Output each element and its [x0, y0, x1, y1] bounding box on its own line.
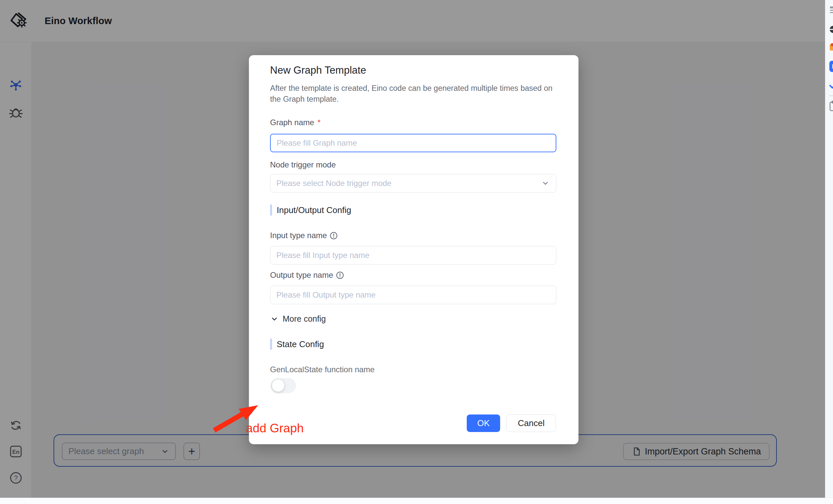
node-trigger-mode-select[interactable]: Please select Node trigger mode: [270, 174, 556, 193]
state-config-section-header: State Config: [270, 338, 324, 350]
bookmark-icon[interactable]: [829, 81, 833, 90]
graph-name-input[interactable]: [270, 134, 556, 152]
modal-title: New Graph Template: [270, 65, 366, 76]
graph-name-label: Graph name*: [270, 118, 320, 127]
info-icon[interactable]: [336, 271, 344, 279]
output-type-name-label: Output type name: [270, 271, 344, 280]
required-asterisk: *: [317, 118, 320, 127]
gen-local-state-label: GenLocalState function name: [270, 365, 375, 374]
toggle-knob: [272, 379, 284, 392]
annotation-add-graph-label: add Graph: [246, 422, 304, 435]
bookmark-icon[interactable]: [829, 25, 833, 34]
right-edge-strip: [825, 0, 833, 498]
bookmark-icon[interactable]: [829, 60, 833, 73]
info-icon[interactable]: [330, 231, 338, 240]
node-trigger-mode-placeholder: Please select Node trigger mode: [276, 179, 541, 188]
cancel-button[interactable]: Cancel: [506, 414, 556, 432]
section-accent-bar: [270, 338, 272, 350]
divider: [829, 95, 833, 96]
input-type-name-label: Input type name: [270, 231, 338, 240]
input-type-name-input[interactable]: [270, 246, 556, 264]
bookmark-icon[interactable]: [829, 6, 833, 15]
more-config-label: More config: [283, 314, 326, 324]
gen-local-state-toggle[interactable]: [271, 378, 296, 393]
clipboard-icon[interactable]: [829, 100, 833, 111]
node-trigger-mode-label: Node trigger mode: [270, 160, 336, 170]
io-config-section-header: Input/Output Config: [270, 204, 351, 216]
output-type-name-input[interactable]: [270, 286, 556, 304]
screen: Eino Workflow: [0, 0, 833, 504]
ok-button[interactable]: OK: [467, 414, 500, 432]
new-graph-template-modal: New Graph Template After the template is…: [249, 55, 578, 444]
bookmark-icon[interactable]: [829, 43, 833, 52]
bottom-edge-strip: [0, 498, 833, 504]
more-config-toggle[interactable]: More config: [270, 314, 326, 324]
chevron-down-icon: [270, 315, 279, 323]
modal-description: After the template is created, Eino code…: [270, 83, 558, 105]
chevron-down-icon: [541, 179, 550, 188]
section-accent-bar: [270, 204, 272, 216]
